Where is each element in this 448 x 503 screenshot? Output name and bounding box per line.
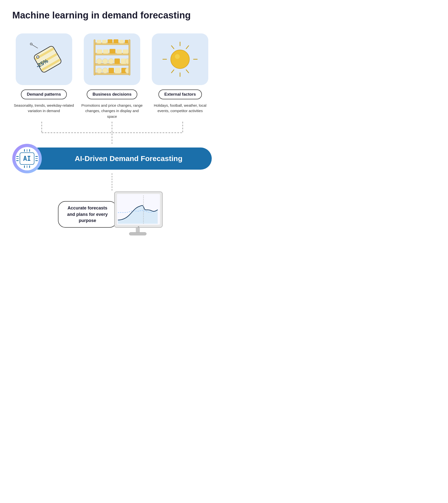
shelf-icon [90, 38, 134, 80]
business-decisions-card: Business decisions Promotions and price … [80, 34, 144, 119]
svg-point-31 [96, 68, 102, 73]
external-factors-icon-box [152, 34, 208, 85]
ai-circle: AI [12, 144, 42, 173]
svg-rect-19 [103, 50, 109, 54]
ai-chip-icon: AI [16, 149, 38, 168]
svg-line-46 [171, 70, 174, 73]
external-factors-desc: Holidays, football, weather, local event… [149, 103, 212, 114]
svg-rect-12 [102, 40, 107, 43]
bottom-dashed-line [112, 173, 112, 190]
svg-rect-11 [97, 40, 101, 43]
svg-line-45 [186, 70, 189, 73]
chip-pins-top [24, 149, 30, 152]
chip-pin [27, 166, 28, 168]
svg-point-25 [102, 59, 108, 64]
demand-patterns-label: Demand patterns [21, 89, 67, 99]
output-row: Accurate forecasts and plans for every p… [58, 190, 166, 238]
svg-rect-34 [115, 68, 120, 73]
price-tag-icon: -25% [23, 38, 65, 80]
svg-rect-27 [114, 59, 120, 64]
monitor-svg [112, 190, 166, 237]
svg-rect-20 [110, 49, 115, 54]
business-decisions-label: Business decisions [87, 89, 138, 99]
svg-point-1 [30, 43, 32, 45]
ai-chip-label: AI [23, 155, 31, 162]
svg-rect-21 [116, 50, 122, 54]
dashed-lines-svg [12, 122, 212, 144]
svg-rect-22 [123, 50, 128, 54]
svg-point-32 [102, 68, 108, 73]
business-decisions-desc: Promotions and price changes, range chan… [80, 103, 144, 119]
monitor-icon [112, 190, 166, 238]
ai-banner: AI-Driven Demand Forecasting [28, 148, 212, 170]
svg-rect-15 [119, 40, 124, 43]
svg-rect-57 [129, 232, 146, 235]
svg-point-48 [175, 54, 180, 59]
svg-rect-14 [113, 39, 118, 43]
chip-pin [16, 160, 19, 161]
ai-chip-frame: AI [20, 152, 34, 165]
sun-icon [159, 38, 201, 80]
svg-rect-56 [136, 227, 140, 233]
business-decisions-icon-box [84, 34, 140, 85]
external-factors-label: External factors [159, 89, 202, 99]
svg-rect-33 [109, 68, 114, 73]
chip-pin [16, 156, 19, 157]
svg-line-44 [171, 46, 174, 49]
svg-rect-38 [129, 40, 130, 75]
external-factors-card: External factors Holidays, football, wea… [149, 34, 212, 119]
demand-patterns-card: -25% Demand patterns Seasonality, trends… [12, 34, 75, 119]
svg-rect-13 [108, 39, 112, 43]
svg-line-43 [186, 46, 189, 49]
demand-patterns-desc: Seasonality, trends, weekday-related var… [12, 103, 75, 114]
chip-pin [35, 158, 38, 159]
chip-pin [35, 160, 38, 161]
chip-pin [27, 149, 28, 152]
output-label: Accurate forecasts and plans for every p… [58, 201, 117, 228]
ai-banner-section: AI AI-Driven Demand Forecasting [12, 144, 212, 173]
page-title: Machine learning in demand forecasting [12, 10, 212, 21]
chip-pin [24, 166, 25, 168]
svg-rect-16 [125, 40, 128, 43]
demand-patterns-icon-box: -25% [16, 34, 72, 85]
chip-pins-bottom [24, 166, 30, 168]
svg-rect-37 [94, 40, 95, 75]
chip-pin [24, 149, 25, 152]
svg-point-26 [108, 59, 114, 64]
dashed-lines-section [12, 122, 212, 144]
chip-pin [35, 156, 38, 157]
bottom-section: Accurate forecasts and plans for every p… [12, 173, 212, 238]
svg-line-0 [32, 45, 38, 48]
chip-pin [29, 149, 30, 152]
svg-rect-18 [97, 50, 102, 54]
ai-circle-inner: AI [16, 147, 39, 170]
ai-banner-label: AI-Driven Demand Forecasting [75, 154, 182, 163]
chip-pin [29, 166, 30, 168]
svg-point-58 [138, 226, 139, 228]
chip-pin [16, 158, 19, 159]
svg-point-24 [96, 59, 102, 64]
svg-point-47 [171, 50, 189, 68]
cards-row: -25% Demand patterns Seasonality, trends… [12, 34, 212, 119]
